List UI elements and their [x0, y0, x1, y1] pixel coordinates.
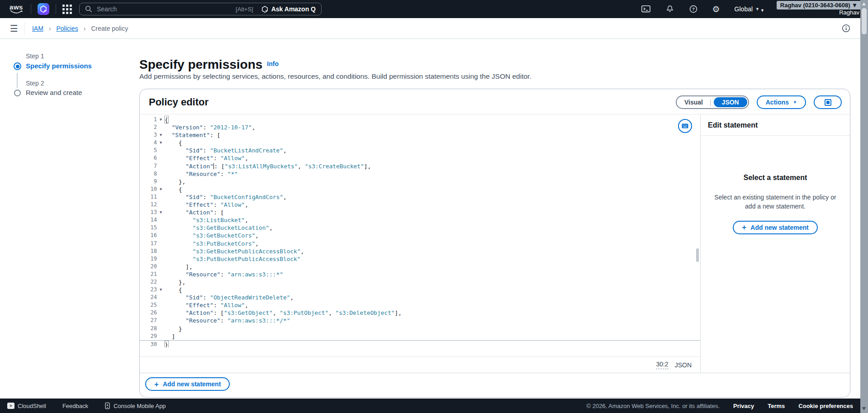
chevron-right-icon: ›: [49, 25, 51, 32]
step1-link[interactable]: Specify permissions: [26, 62, 92, 70]
scrollbar-thumb[interactable]: [862, 8, 867, 34]
amazon-q-app-icon[interactable]: [38, 3, 49, 15]
code-line-6[interactable]: 6 "Effect": "Allow",: [140, 154, 700, 162]
scroll-up-arrow-icon[interactable]: [862, 2, 866, 5]
terms-link[interactable]: Terms: [768, 403, 785, 409]
page-content: Step 1 Specify permissions Step 2 Review…: [0, 39, 860, 399]
code-fold-icon[interactable]: ▼: [157, 139, 165, 147]
settings-gear-icon[interactable]: ⚙: [712, 4, 720, 14]
code-line-7[interactable]: 7 "Action": ["s3:ListAllMyBuckets", "s3:…: [140, 162, 700, 170]
chevron-right-icon: ›: [84, 25, 86, 32]
actions-dropdown-button[interactable]: Actions ▼: [757, 95, 806, 109]
hamburger-menu-icon[interactable]: ☰: [10, 24, 18, 33]
line-number: 16: [140, 232, 157, 239]
code-fold-icon[interactable]: ▼: [157, 131, 165, 139]
code-line-2[interactable]: 2 "Version": "2012-10-17",: [140, 123, 700, 131]
code-fold-spacer: [157, 240, 165, 247]
help-icon[interactable]: ?: [689, 5, 698, 14]
line-number: 2: [140, 123, 157, 131]
step2-link[interactable]: Review and create: [26, 89, 82, 96]
add-new-statement-button[interactable]: + Add new statement: [145, 377, 230, 391]
code-text: "s3:PutBucketCors",: [165, 240, 700, 247]
code-text: ],: [165, 263, 700, 271]
visual-json-toggle[interactable]: Visual | JSON: [676, 95, 749, 109]
code-line-23[interactable]: 23▼ {: [140, 286, 700, 294]
code-line-13[interactable]: 13▼ "Action": [: [140, 209, 700, 216]
info-link[interactable]: Info: [267, 60, 279, 67]
region-selector[interactable]: Global ▼: [735, 5, 759, 13]
aws-logo[interactable]: aws: [8, 5, 24, 14]
code-fold-spacer: [157, 263, 165, 271]
keyboard-shortcuts-button[interactable]: [678, 119, 693, 135]
code-line-19[interactable]: 19 "s3:PutBucketPublicAccessBlock": [140, 255, 700, 263]
code-line-30[interactable]: 30}: [140, 340, 700, 347]
code-line-14[interactable]: 14 "s3:ListBucket",: [140, 216, 700, 224]
toggle-json-selected[interactable]: JSON: [714, 97, 747, 107]
code-line-20[interactable]: 20 ],: [140, 263, 700, 271]
cookie-preferences-link[interactable]: Cookie preferences: [798, 403, 853, 409]
json-code-editor[interactable]: 1▼{2 "Version": "2012-10-17",3▼ "Stateme…: [140, 114, 700, 373]
editor-footer: + Add new statement: [140, 373, 850, 397]
code-line-25[interactable]: 25 "Effect": "Allow",: [140, 301, 700, 309]
code-fold-icon[interactable]: ▼: [157, 286, 165, 294]
code-line-15[interactable]: 15 "s3:GetBucketLocation",: [140, 224, 700, 232]
services-grid-icon[interactable]: [62, 5, 72, 14]
line-number: 30: [140, 341, 157, 347]
code-fold-spacer: [157, 232, 165, 239]
code-line-8[interactable]: 8 "Resource": "*": [140, 170, 700, 178]
scroll-down-arrow-icon[interactable]: [862, 407, 866, 410]
console-mobile-app-button[interactable]: Console Mobile App: [104, 402, 166, 409]
code-line-26[interactable]: 26 "Action": ["s3:GetObject", "s3:PutObj…: [140, 309, 700, 317]
add-new-statement-button-panel[interactable]: + Add new statement: [733, 221, 817, 234]
expand-panel-button[interactable]: [814, 95, 842, 109]
code-text: "Effect": "Allow",: [165, 154, 700, 162]
global-search[interactable]: [Alt+S] Ask Amazon Q: [79, 3, 322, 15]
ask-amazon-q-button[interactable]: Ask Amazon Q: [257, 5, 316, 13]
cursor-position[interactable]: 30:2: [656, 361, 668, 369]
code-line-27[interactable]: 27 "Resource": "arn:aws:s3:::*/*": [140, 317, 700, 324]
code-line-28[interactable]: 28 }: [140, 325, 700, 332]
notifications-bell-icon[interactable]: [665, 5, 674, 14]
code-line-4[interactable]: 4▼ {: [140, 139, 700, 147]
code-fold-spacer: [157, 201, 165, 209]
code-line-9[interactable]: 9 },: [140, 178, 700, 185]
code-lines[interactable]: 1▼{2 "Version": "2012-10-17",3▼ "Stateme…: [140, 114, 700, 347]
line-number: 27: [140, 317, 157, 324]
privacy-link[interactable]: Privacy: [733, 403, 754, 409]
cloudshell-footer-button[interactable]: > CloudShell: [7, 403, 46, 409]
code-line-1[interactable]: 1▼{: [140, 116, 700, 123]
code-line-3[interactable]: 3▼ "Statement": [: [140, 131, 700, 139]
cloudshell-icon: >: [7, 403, 14, 409]
code-fold-icon[interactable]: ▼: [157, 185, 165, 193]
breadcrumb-link-iam[interactable]: IAM: [32, 25, 43, 32]
line-number: 26: [140, 309, 157, 317]
code-text: },: [165, 178, 700, 185]
code-line-5[interactable]: 5 "Sid": "BucketListAndCreate",: [140, 147, 700, 154]
search-input[interactable]: [96, 5, 232, 13]
code-line-29[interactable]: 29 ]: [140, 332, 700, 340]
code-fold-spacer: [157, 247, 165, 255]
toggle-visual[interactable]: Visual: [678, 99, 710, 106]
info-icon[interactable]: [842, 24, 850, 33]
code-line-24[interactable]: 24 "Sid": "ObjectReadWriteDelete",: [140, 294, 700, 301]
mobile-phone-icon: [104, 402, 110, 409]
account-menu-button[interactable]: Raghav (0210-3643-0608) ▼: [777, 1, 861, 9]
code-fold-spacer: [157, 271, 165, 278]
page-scrollbar[interactable]: [860, 0, 868, 413]
code-line-12[interactable]: 12 "Effect": "Allow",: [140, 201, 700, 209]
select-statement-text: Select an existing statement in the poli…: [711, 193, 840, 211]
code-line-10[interactable]: 10▼ {: [140, 185, 700, 193]
breadcrumb-link-policies[interactable]: Policies: [57, 25, 78, 32]
feedback-button[interactable]: Feedback: [62, 403, 88, 409]
editor-scrollbar-thumb[interactable]: [696, 248, 699, 262]
cloudshell-icon[interactable]: [641, 5, 651, 14]
code-fold-icon[interactable]: ▼: [157, 116, 165, 123]
code-line-17[interactable]: 17 "s3:PutBucketCors",: [140, 240, 700, 247]
code-line-22[interactable]: 22 },: [140, 278, 700, 286]
code-line-16[interactable]: 16 "s3:GetBucketCors",: [140, 232, 700, 239]
code-line-11[interactable]: 11 "Sid": "BucketConfigAndCors",: [140, 193, 700, 201]
code-line-18[interactable]: 18 "s3:GetBucketPublicAccessBlock",: [140, 247, 700, 255]
code-line-21[interactable]: 21 "Resource": "arn:aws:s3:::*": [140, 271, 700, 278]
code-fold-spacer: [157, 193, 165, 201]
code-fold-icon[interactable]: ▼: [157, 209, 165, 216]
